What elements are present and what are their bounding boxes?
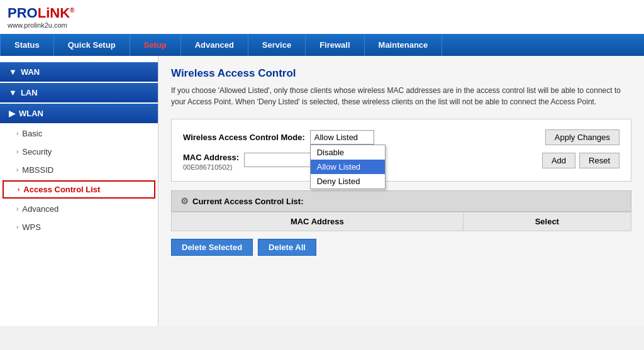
mode-select-wrapper[interactable]: Disable Allow Listed Deny Listed Disable… (310, 130, 374, 145)
mac-row: MAC Address: 00E086710502) Add Reset (183, 153, 619, 171)
acl-table-header-row: MAC Address Select (172, 212, 631, 231)
mac-label-block: MAC Address: 00E086710502) (183, 153, 239, 171)
bottom-buttons: Delete Selected Delete All (171, 239, 631, 256)
sidebar-item-advanced-label: Advanced (22, 204, 58, 214)
sidebar-item-security-label: Security (22, 147, 52, 156)
mode-select[interactable]: Disable Allow Listed Deny Listed (310, 130, 374, 145)
nav-quick-setup[interactable]: Quick Setup (54, 34, 130, 56)
sidebar-item-acl-label: Access Control List (23, 185, 100, 194)
sidebar-item-advanced[interactable]: › Advanced (0, 200, 158, 218)
mac-label: MAC Address: (183, 153, 239, 162)
nav-firewall[interactable]: Firewall (306, 34, 364, 56)
access-control-form: Wireless Access Control Mode: Disable Al… (171, 119, 631, 182)
mac-sub: 00E086710502) (183, 163, 239, 171)
sidebar-item-mbssid[interactable]: › MBSSID (0, 161, 158, 179)
chevron-icon: › (16, 130, 18, 137)
add-button[interactable]: Add (542, 153, 575, 168)
dropdown-item-disable[interactable]: Disable (311, 145, 385, 160)
sidebar-section-lan[interactable]: ▼ LAN (0, 83, 158, 102)
page-description: If you choose 'Allowed Listed', only tho… (171, 85, 631, 107)
sidebar-item-security[interactable]: › Security (0, 143, 158, 161)
reset-button[interactable]: Reset (579, 153, 619, 168)
col-mac-address: MAC Address (172, 212, 464, 231)
nav-service[interactable]: Service (248, 34, 306, 56)
acl-table: MAC Address Select (171, 212, 631, 231)
sidebar-section-lan-label: LAN (21, 88, 38, 97)
acl-title: Current Access Control List: (192, 197, 304, 206)
chevron-icon: › (16, 167, 18, 173)
dropdown-item-deny-listed[interactable]: Deny Listed (311, 174, 385, 189)
sidebar-item-basic[interactable]: › Basic (0, 124, 158, 143)
sidebar-section-wlan[interactable]: ▶ WLAN (0, 104, 158, 123)
arrow-icon: ▼ (9, 67, 17, 77)
nav-advanced[interactable]: Advanced (181, 34, 248, 56)
mode-label: Wireless Access Control Mode: (183, 133, 305, 142)
acl-section: ⚙ Current Access Control List: MAC Addre… (171, 190, 631, 231)
main-layout: ▼ WAN ▼ LAN ▶ WLAN › Basic › Security › … (0, 56, 644, 326)
mode-row: Wireless Access Control Mode: Disable Al… (183, 129, 619, 145)
gear-icon: ⚙ (180, 196, 189, 206)
logo-brand: PROLiNK® (8, 5, 74, 21)
main-nav: Status Quick Setup Setup Advanced Servic… (0, 34, 644, 56)
dropdown-item-allow-listed[interactable]: Allow Listed (311, 160, 385, 174)
col-select: Select (463, 212, 631, 231)
sidebar: ▼ WAN ▼ LAN ▶ WLAN › Basic › Security › … (0, 56, 158, 326)
sidebar-section-wan-label: WAN (21, 67, 40, 77)
chevron-icon: › (16, 205, 18, 212)
chevron-icon: › (18, 186, 19, 193)
logo-registered: ® (70, 7, 74, 14)
content-area: Wireless Access Control If you choose 'A… (158, 56, 644, 326)
delete-all-button[interactable]: Delete All (258, 239, 316, 256)
logo-url: www.prolink2u.com (8, 21, 74, 29)
chevron-icon: › (16, 224, 18, 231)
sidebar-item-wps-label: WPS (22, 222, 41, 232)
dropdown-menu: Disable Allow Listed Deny Listed (310, 145, 386, 189)
sidebar-item-mbssid-label: MBSSID (22, 165, 53, 175)
logo: PROLiNK® www.prolink2u.com (8, 5, 74, 29)
acl-header: ⚙ Current Access Control List: (171, 190, 631, 212)
sidebar-section-wlan-label: WLAN (19, 109, 43, 118)
sidebar-item-access-control-list[interactable]: › Access Control List (3, 180, 155, 199)
nav-setup[interactable]: Setup (130, 34, 181, 56)
sidebar-item-wps[interactable]: › WPS (0, 218, 158, 236)
chevron-icon: › (16, 148, 18, 155)
sidebar-item-basic-label: Basic (22, 129, 42, 138)
header: PROLiNK® www.prolink2u.com (0, 0, 644, 34)
delete-selected-button[interactable]: Delete Selected (171, 239, 253, 256)
page-title: Wireless Access Control (171, 67, 631, 80)
nav-status[interactable]: Status (0, 34, 54, 56)
apply-changes-button[interactable]: Apply Changes (545, 129, 619, 145)
nav-maintenance[interactable]: Maintenance (365, 34, 443, 56)
mac-button-group: Add Reset (542, 153, 619, 168)
arrow-icon: ▼ (9, 88, 17, 97)
sidebar-section-wan[interactable]: ▼ WAN (0, 62, 158, 82)
arrow-icon: ▶ (9, 109, 15, 118)
